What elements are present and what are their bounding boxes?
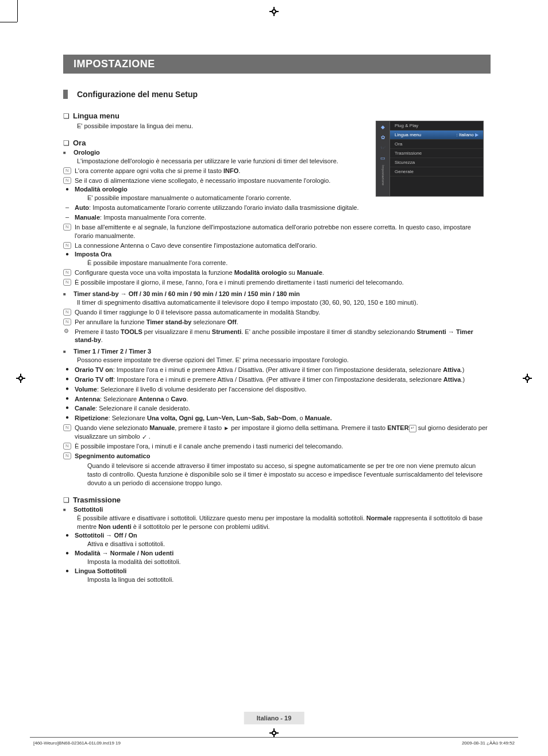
body-text: Attiva e disattiva i sottotitoli. [87,540,491,548]
osd-item-value: : Italiano [457,132,474,137]
note-row: N Per annullare la funzione Timer stand-… [63,318,491,327]
item-timer-standby: ■ Timer stand-by → Off / 30 min / 60 min… [63,290,491,297]
osd-gear-icon: ✿ [380,134,387,141]
subsection-title: Ora [73,139,86,147]
body-text: Orario TV on: Impostare l'ora e i minuti… [75,366,465,374]
square-bullet-icon: ❏ [63,139,70,147]
note-text: Se il cavo di alimentazione viene scolle… [75,176,330,185]
bullet-title: Modalità → Normale / Non udenti [75,550,173,557]
bullet-icon: ● [63,186,71,192]
bullet-title: Sottotitoli → Off / On [75,532,137,539]
bullet-icon: ● [63,366,71,372]
page-number-label: Italiano - 19 [244,712,304,724]
bullet-icon: ● [63,395,71,401]
note-row: N Configurare questa voce una volta impo… [63,268,491,277]
filled-square-icon: ■ [63,291,70,297]
body-text: Canale: Selezionare il canale desiderato… [75,404,190,413]
osd-item[interactable]: Sicurezza [390,158,483,167]
bullet-row: ● Orario TV on: Impostare l'ora e i minu… [63,366,491,374]
bullet-row: ● Sottotitoli → Off / On [63,532,491,539]
bullet-title: Lingua Sottotitoli [75,567,126,574]
filled-square-icon: ■ [63,349,70,354]
osd-item-label: Generale [395,169,414,174]
note-icon: N [63,309,71,316]
osd-item-label: Trasmissione [395,151,422,156]
note-text: L'ora corrente appare ogni volta che si … [75,167,240,175]
note-icon: N [63,279,71,286]
osd-preview: ◆ ✿ ☞ ▭ Impostazione Plug & Play Lingua … [376,121,484,197]
bullet-row: ● Lingua Sottotitoli [63,567,491,574]
osd-sidebar-label: Impostazione [381,165,385,186]
osd-item[interactable]: Generale [390,167,483,176]
note-row: N Quando viene selezionato Manuale, prem… [63,424,491,441]
body-text: Auto: Imposta automaticamente l'orario c… [75,204,359,212]
item-title: Timer 1 / Timer 2 / Timer 3 [74,348,151,355]
tools-row: Premere il tasto TOOLS per visualizzare … [63,328,491,345]
bullet-icon: ● [63,404,71,410]
bullet-row: ● Orario TV off: Impostare l'ora e i min… [63,375,491,384]
osd-item[interactable]: Trasmissione [390,149,483,158]
note-text: È possibile impostare il giorno, il mese… [75,278,404,287]
check-icon: ✓ [142,433,147,442]
body-text: Antenna: Selezionare Antenna o Cavo. [75,395,188,404]
subsection-lingua-menu: ❏ Lingua menu [63,112,491,120]
body-text: Manuale: Imposta manualmente l'ora corre… [75,213,206,222]
osd-item[interactable]: Plug & Play [390,121,483,131]
bullet-row: ● Antenna: Selezionare Antenna o Cavo. [63,395,491,404]
right-arrow-icon: ▶ [475,132,478,137]
note-text: È possibile impostare l'ora, i minuti e … [75,442,343,451]
footer-rule [30,737,518,738]
square-bullet-icon: ❏ [63,112,70,120]
note-icon: N [63,224,71,231]
note-text: In base all'emittente e al segnale, la f… [75,223,491,240]
subsection-title: Lingua menu [73,112,119,120]
bullet-icon: ● [63,532,71,538]
note-icon: N [63,452,71,459]
heading-marker-icon [63,90,68,99]
note-row: N È possibile impostare il giorno, il me… [63,278,491,287]
note-row: N Quando il timer raggiunge lo 0 il tele… [63,308,491,317]
bullet-row: ● Volume: Selezionare il livello di volu… [63,385,491,394]
note-icon: N [63,269,71,276]
item-sottotitoli: ■ Sottotitoli [63,506,491,513]
bullet-icon: ● [63,375,71,382]
body-text: Premere il tasto TOOLS per visualizzare … [75,328,491,345]
note-text: Quando il timer raggiunge lo 0 il televi… [75,308,320,317]
osd-item-selected[interactable]: Lingua menu : Italiano ▶ [390,131,483,140]
filled-square-icon: ■ [63,507,70,512]
right-arrow-icon: ► [223,425,229,431]
item-title: Timer stand-by → Off / 30 min / 60 min /… [74,290,300,297]
dash-row: – Auto: Imposta automaticamente l'orario… [63,204,491,212]
bullet-row: ● Canale: Selezionare il canale desidera… [63,404,491,413]
body-text: Orario TV off: Impostare l'ora e i minut… [75,375,465,384]
osd-sidebar: ◆ ✿ ☞ ▭ Impostazione [376,121,390,196]
dash-row: – Manuale: Imposta manualmente l'ora cor… [63,213,491,222]
bullet-icon: ● [63,414,71,420]
square-bullet-icon: ❏ [63,496,70,504]
osd-item-label: Sicurezza [395,160,415,165]
note-icon: N [63,424,71,431]
page-header: IMPOSTAZIONE [63,55,491,74]
osd-card-icon: ▭ [380,155,387,162]
enter-button-icon: ↵ [409,425,416,432]
filled-square-icon: ■ [63,150,70,155]
body-text: Volume: Selezionare il livello di volume… [75,385,307,394]
body-text: Ripetizione: Selezionare Una volta, Ogni… [75,414,332,423]
bullet-icon: ● [63,567,71,574]
note-title: Spegnimento automatico [75,452,150,460]
item-title: Sottotitoli [74,506,103,513]
dash-icon: – [63,213,71,220]
body-text: Imposta la lingua dei sottotitoli. [87,575,491,584]
osd-item-label: Ora [395,141,402,147]
note-text: Per annullare la funzione Timer stand-by… [75,318,238,327]
osd-hand-icon: ☞ [380,144,387,151]
osd-item[interactable]: Ora [390,140,483,149]
dash-icon: – [63,204,71,210]
bullet-row: ● Ripetizione: Selezionare Una volta, Og… [63,414,491,423]
osd-item-label: Plug & Play [395,123,418,128]
section-heading: Configurazione del menu Setup [63,90,491,99]
note-text: La connessione Antenna o Cavo deve conse… [75,241,317,250]
subsection-trasmissione: ❏ Trasmissione [63,496,491,504]
body-text: È possibile attivare e disattivare i sot… [77,514,491,531]
tools-icon [63,328,71,335]
